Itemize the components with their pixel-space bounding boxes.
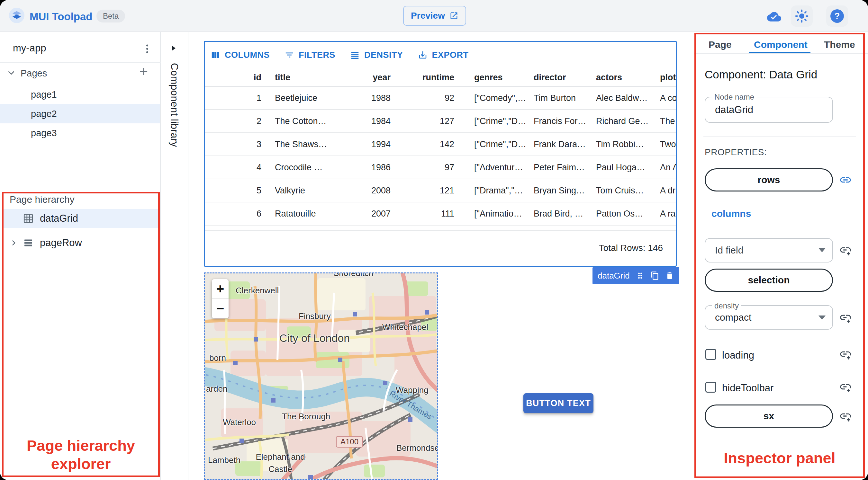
cell-runtime: 127 — [400, 110, 454, 132]
column-header-genres[interactable]: genres — [474, 69, 528, 86]
tab-page[interactable]: Page — [709, 39, 732, 50]
tabs-divider — [694, 53, 868, 54]
loading-label: loading — [722, 350, 754, 361]
add-page-icon[interactable] — [137, 66, 150, 78]
page2-label: page2 — [31, 108, 57, 119]
sx-property-button[interactable]: sx — [705, 405, 833, 428]
hierarchy-pagerow-label: pageRow — [40, 237, 82, 249]
loading-add-binding-icon[interactable] — [839, 348, 852, 360]
density-button-label: DENSITY — [364, 50, 403, 60]
component-heading: Component: Data Grid — [705, 68, 817, 81]
inspector-divider — [704, 136, 856, 136]
sidebar-item-page2[interactable]: page2 — [0, 104, 160, 123]
theme-brightness-button[interactable] — [791, 5, 813, 27]
inspector-annotation-label: Inspector panel — [694, 449, 865, 467]
hidetoolbar-add-binding-icon[interactable] — [839, 380, 852, 393]
column-header-director[interactable]: director — [534, 69, 590, 86]
cell-director: Francis For… — [534, 110, 590, 132]
hierarchy-item-datagrid[interactable]: dataGrid — [3, 209, 159, 228]
zoom-out-button[interactable]: − — [212, 298, 228, 318]
map-component[interactable]: Shoreditch Clerkenwell Finsbury Whitecha… — [204, 273, 438, 480]
cell-actors: Paul Hoga… — [596, 156, 654, 179]
map-label-bermondsey: Bermondse — [396, 443, 438, 453]
density-button[interactable]: DENSITY — [350, 50, 403, 60]
pages-section-header: Pages — [21, 68, 47, 79]
page-hierarchy-title: Page hierarchy — [10, 194, 74, 205]
cell-runtime: 121 — [400, 179, 454, 202]
column-header-runtime[interactable]: runtime — [400, 69, 454, 86]
selection-property-button[interactable]: selection — [705, 268, 833, 292]
table-row[interactable]: 5 Valkyrie 2008 121 ["Drama","… Bryan Si… — [205, 179, 676, 202]
cell-year: 1994 — [342, 133, 391, 156]
id-field-add-binding-icon[interactable] — [839, 244, 852, 256]
table-row[interactable]: 4 Crocodile … 1986 97 ["Adventur… Peter … — [205, 156, 676, 179]
table-row[interactable]: 6 Ratatouille 2007 111 ["Animatio… Brad … — [205, 202, 676, 226]
hidetoolbar-checkbox[interactable] — [705, 382, 716, 393]
cell-genres: ["Comedy",… — [474, 87, 528, 109]
column-header-id[interactable]: id — [205, 69, 261, 86]
table-row[interactable]: 2 The Cotton… 1984 127 ["Crime","D… Fran… — [205, 110, 676, 133]
sidebar-item-page3[interactable]: page3 — [0, 123, 160, 142]
cell-director: Tim Burton — [534, 87, 590, 109]
datagrid-component[interactable]: COLUMNS FILTERS DENSITY EXPORT — [204, 41, 677, 267]
help-button[interactable]: ? — [826, 5, 848, 27]
cell-runtime: 92 — [400, 87, 454, 109]
sx-add-binding-icon[interactable] — [839, 410, 852, 422]
help-icon: ? — [830, 9, 844, 23]
canvas-button-component[interactable]: BUTTON TEXT — [523, 393, 593, 413]
map-label-lambeth: Lambeth — [208, 455, 241, 465]
column-header-year[interactable]: year — [342, 69, 391, 86]
map-label-whitechapel: Whitechapel — [382, 322, 428, 332]
tab-theme[interactable]: Theme — [824, 39, 855, 50]
preview-button[interactable]: Preview — [403, 6, 466, 26]
app-name: my-app — [13, 42, 46, 54]
hierarchy-item-pagerow[interactable]: pageRow — [3, 233, 159, 253]
tab-component[interactable]: Component — [754, 39, 808, 50]
density-add-binding-icon[interactable] — [839, 311, 852, 324]
column-header-plot[interactable]: plot — [660, 69, 677, 86]
table-row[interactable]: 1 Beetlejuice 1988 92 ["Comedy",… Tim Bu… — [205, 87, 676, 110]
column-header-actors[interactable]: actors — [596, 69, 654, 86]
cell-year: 1988 — [342, 87, 391, 109]
loading-checkbox[interactable] — [705, 349, 716, 360]
cell-genres: ["Adventur… — [474, 156, 528, 179]
cell-plot: A ra — [660, 202, 677, 225]
columns-property-link[interactable]: columns — [711, 208, 751, 219]
columns-button[interactable]: COLUMNS — [211, 50, 270, 60]
map-label-holborn: born — [209, 353, 226, 363]
columns-button-label: COLUMNS — [225, 50, 270, 60]
filter-list-icon — [284, 50, 294, 60]
cell-actors: Alec Baldw… — [596, 87, 654, 109]
properties-header: PROPERTIES: — [705, 147, 767, 157]
cloud-sync-status-icon — [766, 10, 782, 24]
table-row[interactable]: 3 The Shaws… 1994 142 ["Crime","D… Frank… — [205, 133, 676, 156]
mui-toolpad-editor: MUI Toolpad Beta Preview — [0, 0, 868, 480]
density-value: compact — [715, 312, 751, 323]
pages-collapse-chevron-down-icon[interactable] — [6, 68, 16, 78]
columns-icon — [211, 50, 220, 60]
cell-actors: Tim Robbi… — [596, 133, 654, 156]
rows-binding-link-icon[interactable] — [839, 173, 852, 186]
export-button[interactable]: EXPORT — [418, 50, 469, 60]
id-field-select[interactable]: Id field — [705, 238, 833, 262]
page1-label: page1 — [31, 89, 57, 100]
drag-handle-icon[interactable] — [636, 271, 645, 280]
cell-runtime: 142 — [400, 133, 454, 156]
expand-chevron-right-icon[interactable] — [10, 239, 18, 247]
cell-year: 1984 — [342, 110, 391, 132]
sidebar-item-page1[interactable]: page1 — [0, 85, 160, 104]
zoom-in-button[interactable]: + — [212, 279, 228, 298]
map-label-elephant-and-castle: Elephant and Castle — [253, 451, 308, 475]
open-in-new-icon — [450, 11, 459, 20]
filters-button[interactable]: FILTERS — [284, 50, 335, 60]
duplicate-component-icon[interactable] — [650, 271, 659, 280]
delete-component-icon[interactable] — [665, 271, 674, 280]
app-title: MUI Toolpad — [30, 10, 93, 23]
rows-property-button[interactable]: rows — [705, 168, 833, 191]
component-library-expand-arrow-icon[interactable] — [170, 44, 178, 52]
cell-year: 1986 — [342, 156, 391, 179]
component-library-panel: Component library — [161, 32, 188, 480]
export-button-label: EXPORT — [432, 50, 469, 60]
app-menu-kebab-icon[interactable] — [142, 43, 153, 55]
density-caret-icon — [818, 316, 826, 320]
